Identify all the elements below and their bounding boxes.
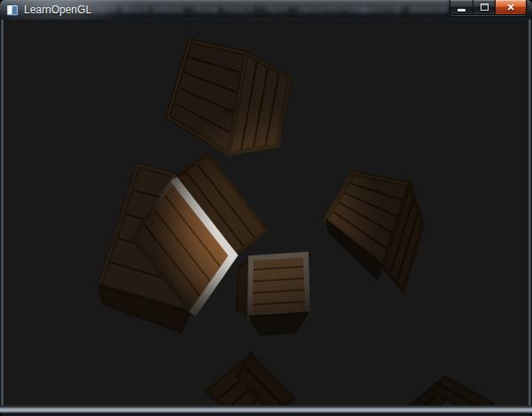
maximize-icon xyxy=(481,4,489,11)
close-icon: ✕ xyxy=(506,1,514,14)
titlebar-smudge: BUILD xyxy=(122,5,150,14)
caption-buttons: ✕ xyxy=(450,0,527,15)
titlebar-smudge: ANALYZE xyxy=(362,5,403,14)
titlebar-smudge: TEAM xyxy=(193,5,218,14)
titlebar-smudge: DEBUG xyxy=(153,5,184,14)
maximize-button[interactable] xyxy=(473,0,495,14)
window-title: LearnOpenGL xyxy=(24,0,91,20)
minimize-button[interactable] xyxy=(450,0,473,14)
window-border-bottom xyxy=(0,405,532,416)
gl-viewport[interactable] xyxy=(4,20,528,405)
close-button[interactable]: ✕ xyxy=(495,0,526,14)
window-border-right xyxy=(528,20,532,405)
titlebar-smudge: ARCHITECTURE xyxy=(298,5,367,14)
titlebar[interactable]: PROJECTBUILDDEBUGTEAMTOOLSTESTARCHITECTU… xyxy=(0,0,532,20)
app-window: PROJECTBUILDDEBUGTEAMTOOLSTESTARCHITECTU… xyxy=(0,0,532,416)
titlebar-smudge: TEST xyxy=(266,5,288,14)
minimize-icon xyxy=(458,9,466,12)
titlebar-smudge: TOOLS xyxy=(223,5,254,14)
titlebar-smudge: WINDOW xyxy=(410,5,448,14)
opengl-scene xyxy=(4,20,528,405)
app-icon[interactable] xyxy=(6,4,19,16)
